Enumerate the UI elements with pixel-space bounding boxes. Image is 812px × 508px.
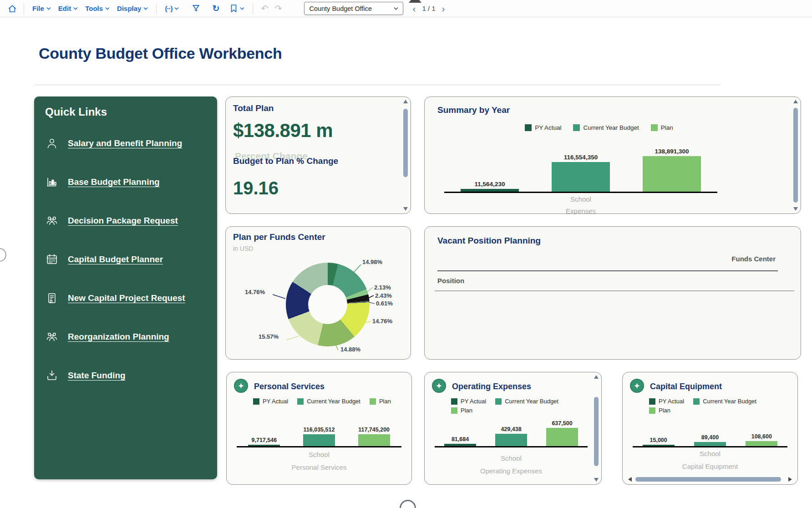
quick-link-capital-budget-planner[interactable]: Capital Budget Planner — [45, 253, 206, 266]
bar-value-label: 81,684 — [452, 436, 469, 442]
scrollbar-thumb[interactable] — [403, 109, 408, 177]
legend-chip — [495, 398, 502, 405]
scrollbar-thumb[interactable] — [793, 108, 798, 203]
capital-equipment-hscrollbar[interactable] — [628, 476, 792, 482]
legend-chip — [573, 124, 580, 131]
operating-expenses-title: Operating Expenses — [452, 382, 531, 391]
bar-current-year-budget: 116,035,512 — [303, 427, 335, 446]
refresh-icon[interactable]: ↻ — [209, 3, 223, 15]
summary-scrollbar[interactable] — [792, 100, 798, 211]
bar-current-year-budget: 116,554,350 — [552, 154, 610, 192]
quick-links-title: Quick Links — [45, 106, 206, 118]
slice-label: 14.76% — [372, 318, 392, 325]
vacant-position-planning-card: Vacant Position Planning Funds Center Po… — [424, 226, 801, 360]
undo-icon[interactable]: ↶ — [258, 3, 271, 14]
redo-icon[interactable]: ↷ — [271, 3, 285, 14]
legend-chip — [651, 124, 658, 131]
legend-item-current-year-budget: Current Year Budget — [495, 398, 558, 405]
quick-link-label: Capital Budget Planner — [68, 254, 163, 264]
scroll-left-icon[interactable] — [628, 477, 632, 482]
scroll-up-icon[interactable] — [793, 100, 798, 103]
budget-to-plan-change-value: 19.16 — [233, 178, 279, 198]
legend-item-py-actual: PY Actual — [253, 398, 288, 405]
quick-link-reorganization-planning[interactable]: Reorganization Planning — [45, 330, 206, 344]
scrollbar-thumb[interactable] — [635, 477, 781, 482]
total-plan-title: Total Plan — [233, 103, 274, 113]
toolbar-separator — [24, 3, 24, 14]
scroll-down-icon[interactable] — [793, 207, 798, 211]
x-axis-label-expenses: Expenses — [444, 207, 717, 215]
bar-plan: 108,600 — [746, 433, 777, 446]
quick-link-salary-benefit-planning[interactable]: Salary and Benefit Planning — [45, 137, 206, 150]
next-page-button[interactable]: › — [442, 4, 445, 13]
operating-expenses-scrollbar[interactable] — [593, 375, 599, 482]
scroll-down-icon[interactable] — [403, 207, 408, 211]
bar — [546, 428, 578, 446]
slice-label: 2.43% — [375, 292, 392, 299]
slice-label: 2.13% — [374, 284, 391, 291]
quick-link-label: Reorganization Planning — [68, 332, 169, 342]
total-plan-scrollbar[interactable] — [402, 100, 408, 211]
menu-display[interactable]: Display — [113, 3, 152, 14]
scroll-right-icon[interactable] — [788, 477, 792, 482]
scroll-up-icon[interactable] — [594, 375, 599, 379]
funds-center-column-header: Funds Center — [731, 255, 776, 263]
menu-tools[interactable]: Tools — [81, 3, 113, 14]
vacant-position-title: Vacant Position Planning — [437, 236, 541, 246]
quick-link-label: Base Budget Planning — [68, 177, 160, 187]
people-group-icon — [45, 214, 59, 228]
bar-value-label: 637,500 — [552, 420, 572, 427]
personal-services-title: Personal Services — [254, 382, 325, 391]
legend-item-py-actual: PY Actual — [451, 398, 486, 405]
quick-link-state-funding[interactable]: State Funding — [45, 369, 206, 382]
page-selector-dropdown[interactable]: County Budget Office — [304, 2, 403, 15]
menu-file[interactable]: File — [29, 3, 55, 14]
quick-link-label: New Capital Project Request — [68, 293, 185, 303]
bar-py-actual: 81,684 — [444, 436, 476, 446]
slice-label: 0.61% — [376, 300, 393, 307]
calendar-icon — [45, 253, 59, 266]
quick-link-label: State Funding — [68, 371, 126, 381]
menu-edit[interactable]: Edit — [55, 3, 81, 14]
page-pagination: ‹ 1 / 1 › — [412, 4, 445, 13]
quick-link-decision-package-request[interactable]: Decision Package Request — [45, 214, 206, 228]
quick-link-base-budget-planning[interactable]: Base Budget Planning — [45, 175, 206, 189]
kpi-sparkle-icon — [432, 379, 446, 393]
people-group-icon — [45, 330, 59, 344]
slice-label: 15.57% — [259, 333, 279, 340]
personal-services-legend: PY Actual Current Year Budget Plan — [253, 398, 395, 405]
prev-page-button[interactable]: ‹ — [412, 4, 416, 13]
operating-expenses-card: Operating Expenses PY Actual Current Yea… — [424, 372, 602, 485]
quick-link-new-capital-project-request[interactable]: New Capital Project Request — [45, 291, 206, 305]
legend-item-plan: Plan — [370, 398, 391, 405]
legend-chip — [693, 398, 700, 405]
filter-icon[interactable] — [189, 3, 203, 15]
bar — [643, 156, 701, 192]
bar — [461, 189, 519, 192]
quick-link-label: Salary and Benefit Planning — [68, 138, 182, 148]
scroll-down-icon[interactable] — [594, 478, 599, 482]
legend-item-current-year-budget: Current Year Budget — [693, 398, 756, 405]
operating-expenses-bar-chart: 81,684 429,438 637,500 — [435, 421, 588, 447]
scrollbar-thumb[interactable] — [594, 397, 599, 466]
total-plan-card: Total Plan $138.891 m Percent Change Bud… — [225, 97, 411, 214]
variable-icon[interactable]: (··) — [161, 3, 183, 14]
bar-value-label: 15,000 — [650, 437, 667, 443]
summary-legend: PY Actual Current Year Budget Plan — [425, 124, 773, 131]
bar — [643, 445, 675, 446]
summary-by-year-card: Summary by Year PY Actual Current Year B… — [424, 97, 801, 214]
bar-value-label: 116,554,350 — [564, 154, 598, 161]
edge-circle — [0, 248, 6, 262]
scroll-up-icon[interactable] — [403, 100, 408, 103]
legend-chip — [525, 124, 532, 131]
bar-chart-icon — [45, 175, 59, 189]
bookmark-icon[interactable] — [226, 2, 248, 15]
bar-plan: 117,745,200 — [358, 427, 390, 446]
home-icon[interactable] — [5, 3, 19, 15]
x-axis-label-school: School — [237, 451, 401, 458]
capital-equipment-bar-chart: 15,000 89,400 108,600 — [633, 421, 787, 447]
quick-link-label: Decision Package Request — [68, 216, 178, 226]
donut-hole — [308, 285, 347, 324]
title-divider — [34, 85, 721, 85]
funds-center-chart-subtitle: in USD — [233, 245, 253, 252]
